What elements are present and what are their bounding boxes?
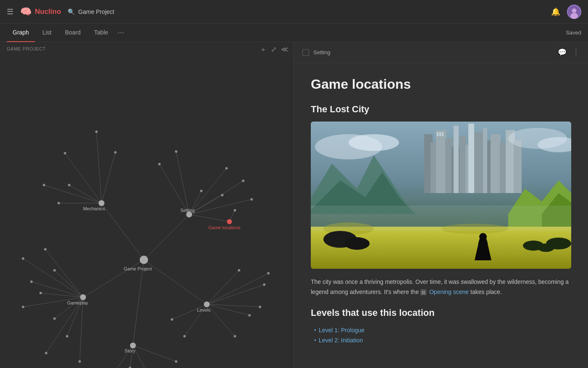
node-game-locations — [227, 219, 232, 224]
svg-point-70 — [238, 269, 240, 272]
svg-rect-88 — [459, 136, 466, 193]
tab-table[interactable]: Table — [88, 24, 114, 42]
level-item-1: ● Level 1: Prologue — [314, 325, 571, 335]
svg-rect-101 — [442, 132, 444, 136]
top-nav: ☰ 🧠 Nuclino 🔍 Game Project 🔔 — [0, 0, 588, 24]
tab-graph[interactable]: Graph — [7, 24, 35, 42]
doc-main-title: Game locations — [311, 77, 571, 92]
notifications-icon[interactable]: 🔔 — [551, 7, 560, 16]
svg-point-118 — [546, 238, 571, 249]
svg-point-48 — [114, 151, 117, 154]
level2-link[interactable]: Level 2: Initiation — [319, 337, 363, 344]
node-mechanics — [99, 200, 105, 206]
doc-image — [311, 122, 571, 269]
svg-point-69 — [200, 190, 202, 192]
svg-point-68 — [234, 209, 236, 212]
tab-board[interactable]: Board — [59, 24, 87, 42]
svg-rect-84 — [430, 143, 437, 193]
expand-icon[interactable]: ⤢ — [271, 45, 277, 54]
svg-point-71 — [263, 283, 265, 286]
svg-point-103 — [349, 134, 399, 151]
doc-section2-title: Levels that use this location — [311, 307, 571, 318]
svg-point-49 — [43, 184, 45, 186]
svg-point-61 — [79, 360, 81, 363]
hamburger-icon[interactable]: ☰ — [7, 7, 13, 16]
doc-body-text: The city was once a thriving metropolis.… — [311, 277, 571, 297]
search-icon: 🔍 — [68, 8, 75, 15]
svg-rect-85 — [436, 130, 446, 193]
svg-point-67 — [221, 194, 223, 196]
label-game-project: Game Project — [124, 266, 152, 271]
svg-rect-90 — [473, 132, 485, 193]
svg-point-75 — [183, 335, 186, 338]
graph-controls: ＋ ⤢ ≪ — [260, 45, 289, 54]
label-mechanics: Mechanics — [83, 206, 105, 211]
svg-point-51 — [58, 202, 60, 204]
doc-section1-title: The Lost City — [311, 104, 571, 115]
svg-point-60 — [45, 352, 47, 355]
doc-header: Setting 💬 ⋮ — [294, 42, 588, 63]
svg-rect-93 — [500, 143, 507, 193]
saved-label: Saved — [566, 29, 581, 36]
doc-breadcrumb: Setting — [313, 49, 330, 56]
svg-point-112 — [344, 237, 370, 250]
svg-point-73 — [267, 272, 270, 275]
level1-link[interactable]: Level 1: Prologue — [319, 327, 365, 334]
svg-point-1 — [572, 8, 577, 13]
graph-svg: Game Project Mechanics Setting Game loca… — [0, 42, 294, 368]
svg-point-63 — [175, 150, 177, 153]
svg-point-76 — [234, 335, 236, 338]
tab-more-icon[interactable]: ⋯ — [118, 29, 124, 37]
nav-right: 🔔 — [551, 5, 581, 19]
levels-list: ● Level 1: Prologue ● Level 2: Initiatio… — [311, 325, 571, 345]
svg-rect-97 — [483, 128, 487, 193]
logo[interactable]: 🧠 Nuclino — [20, 6, 61, 17]
comment-icon[interactable]: 💬 — [558, 48, 567, 57]
svg-rect-3 — [0, 42, 294, 368]
svg-point-74 — [171, 318, 173, 321]
tab-list[interactable]: List — [37, 24, 58, 42]
opening-scene-link[interactable]: Opening scene — [429, 289, 469, 295]
more-options-icon[interactable]: ⋮ — [572, 48, 580, 57]
svg-point-77 — [248, 314, 251, 317]
svg-point-46 — [95, 130, 98, 133]
tab-bar: Graph List Board Table ⋯ Saved — [0, 24, 588, 42]
svg-rect-95 — [514, 140, 522, 193]
svg-point-52 — [44, 248, 47, 251]
bullet-icon: ● — [314, 328, 316, 332]
svg-point-62 — [158, 163, 160, 165]
collapse-icon[interactable]: ≪ — [281, 45, 289, 54]
doc-panel: Setting 💬 ⋮ Game locations The Lost City — [294, 42, 588, 368]
node-story — [130, 343, 136, 349]
doc-header-actions: 💬 ⋮ — [558, 48, 580, 57]
graph-panel[interactable]: GAME PROJECT ＋ ⤢ ≪ — [0, 42, 294, 368]
svg-point-47 — [64, 152, 66, 154]
svg-point-65 — [242, 180, 244, 182]
svg-point-66 — [250, 198, 253, 201]
search-value: Game Project — [78, 8, 114, 15]
node-game-project — [140, 256, 148, 264]
doc-content: Game locations The Lost City — [294, 63, 588, 368]
doc-checkbox[interactable] — [302, 49, 309, 56]
svg-rect-98 — [468, 124, 474, 193]
user-avatar[interactable] — [567, 5, 581, 19]
main-content: GAME PROJECT ＋ ⤢ ≪ — [0, 42, 588, 368]
logo-icon: 🧠 — [20, 6, 32, 17]
node-levels — [204, 302, 210, 307]
level-item-2: ● Level 2: Initiation — [314, 335, 571, 345]
svg-point-56 — [30, 281, 33, 283]
bullet-icon: ● — [314, 338, 316, 342]
label-gameplay: Gameplay — [67, 300, 89, 305]
svg-point-53 — [53, 269, 56, 272]
svg-point-50 — [68, 184, 71, 186]
label-game-locations: Game locations — [208, 225, 241, 230]
svg-point-54 — [39, 292, 42, 294]
node-gameplay — [80, 294, 86, 300]
search-bar[interactable]: 🔍 Game Project — [68, 8, 114, 15]
workspace-label: GAME PROJECT — [7, 46, 46, 51]
svg-rect-99 — [437, 132, 438, 136]
add-node-icon[interactable]: ＋ — [260, 45, 267, 54]
svg-point-79 — [175, 360, 177, 363]
logo-text: Nuclino — [35, 8, 61, 16]
svg-point-58 — [53, 318, 56, 320]
